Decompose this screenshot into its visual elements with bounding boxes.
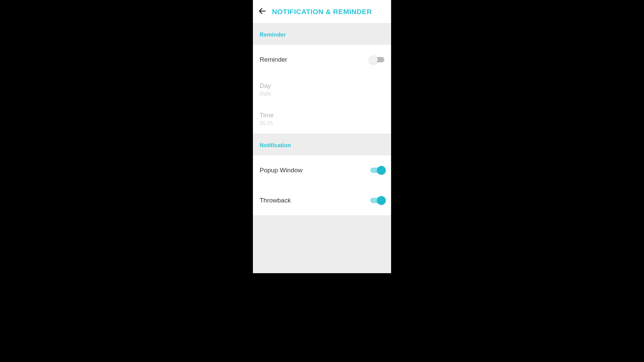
popup-window-label: Popup Window — [260, 167, 303, 174]
throwback-toggle[interactable] — [370, 198, 384, 203]
popup-window-row[interactable]: Popup Window — [253, 155, 391, 185]
reminder-toggle-label: Reminder — [260, 56, 287, 63]
reminder-day-row: Day Daily — [253, 75, 391, 104]
back-button[interactable] — [253, 0, 272, 23]
popup-window-toggle[interactable] — [370, 168, 384, 173]
reminder-toggle-row[interactable]: Reminder — [253, 45, 391, 75]
reminder-day-value: Daily — [260, 91, 272, 97]
toggle-knob — [377, 166, 386, 175]
throwback-row[interactable]: Throwback — [253, 185, 391, 216]
toggle-knob — [369, 55, 378, 64]
throwback-label: Throwback — [260, 197, 291, 204]
reminder-time-row: Time 05:25 — [253, 104, 391, 134]
page-title: NOTIFICATION & REMINDER — [253, 8, 391, 16]
arrow-left-icon — [258, 7, 267, 17]
reminder-time-value: 05:25 — [260, 120, 274, 126]
notification-list: Popup Window Throwback — [253, 155, 391, 216]
section-header-reminder: Reminder — [253, 23, 391, 44]
reminder-toggle[interactable] — [370, 57, 384, 62]
section-header-notification: Notification — [253, 134, 391, 155]
toggle-knob — [377, 196, 386, 205]
app-screen: NOTIFICATION & REMINDER Reminder Reminde… — [253, 0, 391, 273]
reminder-time-label: Time — [260, 112, 274, 119]
reminder-list: Reminder Day Daily Time 05:25 — [253, 44, 391, 134]
reminder-day-label: Day — [260, 82, 272, 89]
app-header: NOTIFICATION & REMINDER — [253, 0, 391, 23]
